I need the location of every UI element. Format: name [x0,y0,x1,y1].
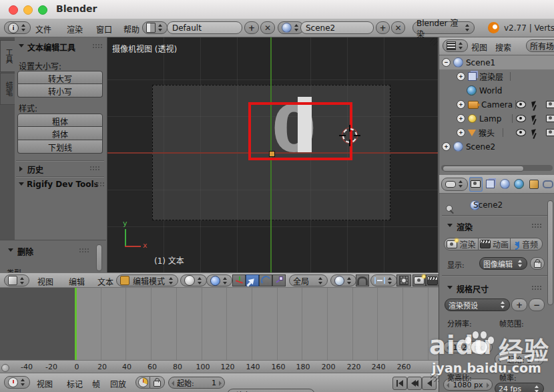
timeline-menu-frame[interactable]: 帧 [92,378,100,389]
visibility-eye-icon[interactable] [516,101,526,108]
panel-grip-icon[interactable] [94,182,104,187]
opengl-render-image-button[interactable] [412,274,426,286]
menu-render[interactable]: 渲染 [67,23,83,35]
timeline-menu-playback[interactable]: 回放 [110,378,126,389]
render-display-dropdown[interactable]: 图像编辑 [479,257,527,270]
lock-interface-button[interactable] [530,257,545,270]
screen-layout-name-field[interactable]: Default [167,21,242,34]
tab-scene[interactable] [498,177,511,192]
outliner-horizontal-scrollbar[interactable] [441,165,553,171]
tab-render[interactable] [469,177,483,192]
collapse-icon[interactable]: − [442,58,451,67]
frame-start-field[interactable]: 起始: 1 [495,353,544,365]
render-animation-button[interactable]: 动画 [479,238,511,250]
manipulator-translate-toggle[interactable] [246,274,259,286]
add-scene-button[interactable]: + [376,21,390,34]
area-corner-handle[interactable] [430,37,438,45]
panel-expand-icon[interactable] [19,166,23,172]
panel-collapse-icon[interactable] [19,182,24,186]
outliner-row-monkey[interactable]: + 猴头 [439,126,554,140]
outliner-row-lamp[interactable]: + Lamp [439,112,554,126]
bold-button[interactable]: 粗体 [17,114,103,127]
selectability-cursor-icon[interactable] [531,101,537,108]
timeline-menu-view[interactable]: 视图 [37,378,53,389]
visibility-eye-icon[interactable] [516,115,526,122]
panel-grip-icon[interactable] [531,285,541,290]
scene-name-field[interactable]: Scene2 [300,21,374,34]
mode-dropdown[interactable]: 编辑模式 [116,274,178,286]
panel-grip-icon[interactable] [89,166,99,171]
outliner-menu-search[interactable]: 搜索 [495,41,511,53]
panel-grip-icon[interactable] [92,43,102,49]
render-still-button[interactable]: 渲染 [444,238,479,250]
transform-orientation-dropdown[interactable]: 全局 [289,274,328,286]
add-preset-button[interactable]: + [511,299,527,311]
editor-type-info-dropdown[interactable]: i [4,21,31,34]
panel-grip-icon[interactable] [531,223,541,228]
menu-help[interactable]: 帮助 [123,23,140,35]
panel-collapse-icon[interactable] [447,286,453,289]
frame-rate-dropdown[interactable]: 24 fps [495,383,544,392]
opengl-render-anim-button[interactable] [426,274,439,286]
tab-world[interactable] [513,177,526,192]
add-layout-button[interactable]: + [244,21,259,34]
panel-collapse-icon[interactable] [8,248,13,252]
to-uppercase-button[interactable]: 转大写 [17,71,103,84]
timeline-ruler[interactable]: -40 -20 0 20 40 60 80 100 120 140 160 18… [0,360,439,373]
lock-time-toggle[interactable] [150,376,165,389]
history-panel-title[interactable]: 历史 [27,164,43,175]
to-lowercase-button[interactable]: 转小写 [17,84,103,97]
render-panel-title[interactable]: 渲染 [457,221,473,232]
viewport-menu-text[interactable]: 文本 [97,276,113,287]
tab-grease-pencil[interactable]: 蜡笔 [0,73,15,105]
snap-toggle[interactable] [356,274,369,286]
outliner-menu-view[interactable]: 视图 [471,41,487,53]
italic-button[interactable]: 斜体 [17,127,103,140]
editor-type-timeline-dropdown[interactable] [4,376,30,389]
outliner-row-scene1[interactable]: − Scene1 [439,55,554,69]
tab-constraints[interactable] [541,177,554,192]
remove-preset-button[interactable]: − [529,299,545,311]
properties-scrollbar[interactable] [547,200,553,305]
expand-icon[interactable]: + [457,72,465,81]
expand-icon[interactable]: + [442,142,451,151]
zoom-window-button[interactable] [38,5,47,15]
outliner-row-renderlayers[interactable]: + 渲染层 [439,69,554,83]
visibility-eye-icon[interactable] [516,129,526,136]
outliner-row-scene2[interactable]: + Scene2 [439,140,554,154]
expand-icon[interactable]: + [457,128,465,137]
renderability-camera-icon[interactable] [546,115,554,122]
outliner-row-world[interactable]: World [439,83,554,97]
use-preview-range-toggle[interactable] [135,376,150,389]
expand-icon[interactable]: + [457,100,465,109]
manipulator-axes-toggle[interactable] [232,274,246,286]
dimensions-panel-title[interactable]: 规格尺寸 [457,283,489,295]
previous-keyframe-button[interactable] [407,377,422,390]
render-engine-dropdown[interactable]: Blender 渲染 [412,21,475,34]
outliner-scope-dropdown[interactable]: 所有场 [526,39,554,52]
operator-panel-scrollbar[interactable] [96,244,102,271]
current-frame-marker[interactable] [75,288,77,360]
area-corner-handle[interactable] [431,374,439,382]
outliner-row-camera[interactable]: + Camera [439,97,554,112]
operator-panel-title[interactable]: 删除 [17,246,33,257]
menu-window[interactable]: 窗口 [96,23,112,35]
timeline-body[interactable] [0,288,439,360]
screen-layout-dropdown[interactable] [142,21,168,34]
editor-type-outliner-dropdown[interactable] [443,39,468,52]
panel-grip-icon[interactable] [79,248,89,253]
viewport-menu-edit[interactable]: 编辑 [69,276,85,287]
proportional-edit-dropdown[interactable] [330,274,356,286]
tab-tools[interactable]: 工具 [0,40,15,72]
tab-object[interactable] [527,177,541,192]
minimize-window-button[interactable] [23,5,33,15]
selectability-cursor-icon[interactable] [531,115,537,122]
timeline-menu-marker[interactable]: 标记 [67,378,83,389]
menu-file[interactable]: 文件 [35,23,51,35]
manipulator-scale-toggle[interactable] [272,274,286,286]
expand-icon[interactable]: + [457,114,465,123]
manipulator-rotate-toggle[interactable] [259,274,272,286]
underline-button[interactable]: 下划线 [17,140,103,154]
scrollbar-end-knob[interactable] [1,364,9,372]
viewport-shading-dropdown[interactable] [180,274,207,286]
